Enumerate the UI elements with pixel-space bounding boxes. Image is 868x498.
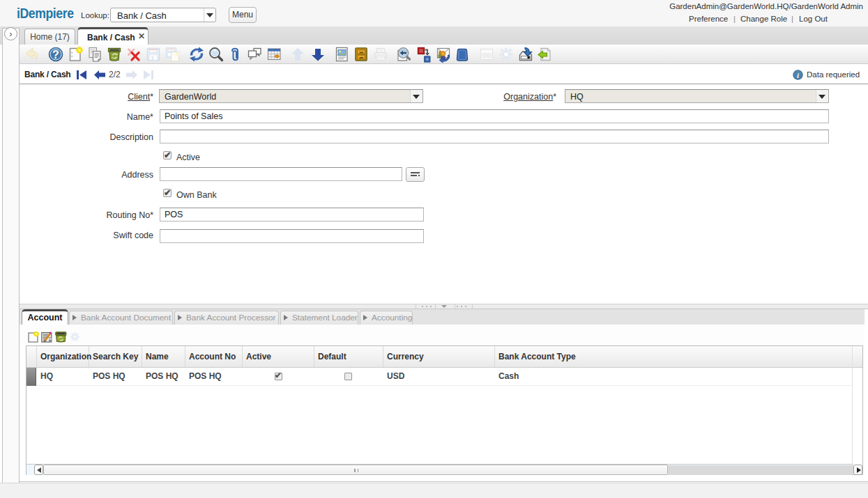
svg-text:?: ? — [52, 49, 59, 61]
